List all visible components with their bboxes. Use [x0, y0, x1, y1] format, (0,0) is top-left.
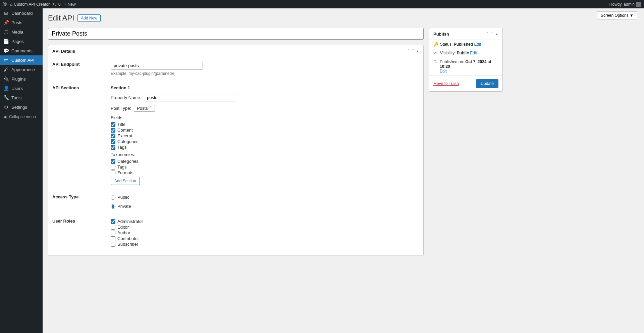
tax-label: Formats	[117, 170, 133, 175]
chevron-down-icon: ˅	[412, 49, 414, 53]
comments-link[interactable]: 🗨0	[53, 2, 61, 7]
field-label: Tags	[117, 145, 126, 150]
field-label: Excerpt	[117, 133, 132, 138]
site-name-link[interactable]: ⌂Custom API Creator	[10, 2, 50, 7]
account-link[interactable]: Howdy, admin	[609, 2, 641, 7]
sidebar-item-comments[interactable]: 💬Comments	[0, 46, 43, 55]
sidebar-item-label: Pages	[11, 39, 24, 44]
tax-tags-checkbox[interactable]	[111, 165, 115, 170]
new-content-link[interactable]: +New	[64, 2, 76, 7]
comment-icon: 💬	[3, 48, 9, 53]
plus-icon: +	[64, 2, 66, 7]
field-label: Categories	[117, 139, 139, 144]
endpoint-hint: Example: my-cac-plugin/[parameter]	[111, 71, 419, 76]
tool-icon: 🔧	[3, 95, 9, 100]
fields-label: Fields:	[111, 115, 419, 120]
post-type-select[interactable]: Posts˅	[134, 105, 155, 112]
page-icon: 📄	[3, 39, 9, 44]
access-public-radio[interactable]	[111, 195, 115, 200]
wp-logo-button[interactable]: ⓦ	[3, 1, 7, 7]
main-content: Screen Options ▼ Edit API Add New API De…	[43, 8, 644, 266]
collapse-icon: ◀	[3, 114, 6, 119]
toggle-button[interactable]: ▴	[416, 48, 419, 54]
section-heading: Section 1	[111, 85, 419, 90]
sidebar-item-media[interactable]: 🎵Media	[0, 27, 43, 37]
add-new-button[interactable]: Add New	[77, 14, 101, 22]
publish-header[interactable]: Publish ˄ ˅ ▴	[429, 28, 502, 40]
property-name-input[interactable]	[144, 94, 236, 101]
settings-icon: ⚙	[3, 104, 9, 110]
role-subscriber-checkbox[interactable]	[111, 242, 115, 247]
user-icon: 👤	[3, 86, 9, 91]
access-public-label: Public	[117, 195, 129, 200]
tax-formats-checkbox[interactable]	[111, 171, 115, 175]
move-down-button[interactable]: ˅	[411, 48, 415, 54]
caret-up-icon: ▴	[496, 32, 498, 36]
field-categories-checkbox[interactable]	[111, 139, 115, 144]
publish-toggle-button[interactable]: ▴	[495, 31, 498, 37]
move-up-button[interactable]: ˄	[407, 48, 410, 54]
role-label: Author	[117, 230, 130, 235]
field-label: Content	[117, 128, 133, 133]
sidebar-item-settings[interactable]: ⚙Settings	[0, 102, 43, 112]
title-input[interactable]	[48, 28, 424, 40]
calendar-icon: 🗓	[433, 59, 438, 64]
role-contributor-checkbox[interactable]	[111, 236, 115, 241]
admin-sidebar: ⊞Dashboard📌Posts🎵Media📄Pages💬Comments⇄Cu…	[0, 8, 43, 266]
access-type-label: Access Type	[52, 194, 111, 199]
update-button[interactable]: Update	[476, 79, 498, 88]
field-title-checkbox[interactable]	[111, 122, 115, 127]
tax-label: Categories	[117, 159, 139, 164]
post-type-label: Post Type:	[111, 106, 131, 111]
sidebar-item-custom-api[interactable]: ⇄Custom API	[0, 55, 43, 65]
field-excerpt-checkbox[interactable]	[111, 134, 115, 138]
api-details-header[interactable]: API Details ˄ ˅ ▴	[48, 45, 423, 57]
collapse-menu-button[interactable]: ◀Collapse menu	[0, 112, 43, 122]
caret-up-icon: ▴	[417, 49, 419, 53]
tax-categories-checkbox[interactable]	[111, 159, 115, 164]
dashboard-icon: ⊞	[3, 10, 9, 16]
property-name-label: Property Name:	[111, 95, 141, 100]
field-tags-checkbox[interactable]	[111, 145, 115, 150]
role-administrator-checkbox[interactable]	[111, 219, 115, 224]
access-private-label: Private	[117, 204, 131, 209]
status-edit-link[interactable]: Edit	[474, 42, 481, 47]
role-label: Administrator	[117, 219, 143, 224]
sidebar-item-label: Comments	[11, 48, 33, 53]
screen-options-button[interactable]: Screen Options ▼	[597, 11, 637, 19]
role-author-checkbox[interactable]	[111, 231, 115, 235]
taxonomies-label: Taxonomies:	[111, 152, 419, 157]
sidebar-item-posts[interactable]: 📌Posts	[0, 18, 43, 27]
sidebar-item-appearance[interactable]: 🖌Appearance	[0, 65, 43, 74]
comment-icon: 🗨	[53, 2, 57, 7]
tax-label: Tags	[117, 164, 126, 170]
endpoint-input[interactable]	[111, 62, 203, 69]
avatar-icon	[636, 2, 641, 7]
role-editor-checkbox[interactable]	[111, 225, 115, 230]
api-icon: ⇄	[3, 57, 9, 63]
sidebar-item-dashboard[interactable]: ⊞Dashboard	[0, 8, 43, 18]
sidebar-item-label: Posts	[11, 20, 22, 25]
sidebar-item-tools[interactable]: 🔧Tools	[0, 93, 43, 102]
add-section-button[interactable]: Add Section	[111, 177, 140, 185]
publish-move-down-button[interactable]: ˅	[490, 31, 494, 37]
access-private-radio[interactable]	[111, 204, 115, 209]
plug-icon: 🔌	[3, 76, 9, 82]
sidebar-item-users[interactable]: 👤Users	[0, 84, 43, 93]
visibility-edit-link[interactable]: Edit	[470, 51, 477, 55]
role-label: Editor	[117, 225, 129, 230]
sidebar-item-label: Dashboard	[11, 11, 33, 16]
sidebar-item-plugins[interactable]: 🔌Plugins	[0, 74, 43, 84]
sidebar-item-label: Users	[11, 86, 23, 91]
sidebar-item-label: Tools	[11, 95, 21, 100]
media-icon: 🎵	[3, 29, 9, 35]
field-content-checkbox[interactable]	[111, 128, 115, 133]
move-to-trash-link[interactable]: Move to Trash	[433, 81, 459, 86]
user-roles-label: User Roles	[52, 219, 111, 224]
sidebar-item-label: Settings	[11, 105, 27, 110]
endpoint-label: API Endpoint	[52, 62, 111, 67]
eye-icon: 👁	[433, 51, 438, 55]
publish-move-up-button[interactable]: ˄	[486, 31, 489, 37]
date-edit-link[interactable]: Edit	[440, 69, 447, 74]
sidebar-item-pages[interactable]: 📄Pages	[0, 37, 43, 46]
